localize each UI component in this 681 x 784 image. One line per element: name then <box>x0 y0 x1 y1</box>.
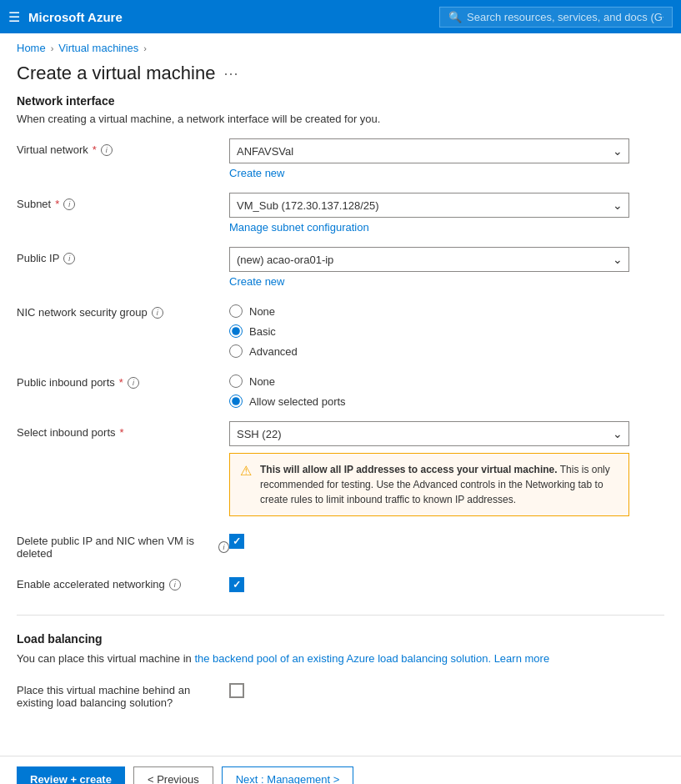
place-behind-checkbox[interactable] <box>229 683 244 698</box>
virtual-network-required: * <box>93 143 97 156</box>
subnet-dropdown[interactable]: VM_Sub (172.30.137.128/25) <box>229 193 629 218</box>
delete-ip-checkbox-row: ✓ <box>229 530 664 549</box>
virtual-network-info-icon[interactable]: i <box>101 144 113 156</box>
public-inbound-none-label: None <box>249 375 275 388</box>
public-inbound-none-option[interactable]: None <box>229 374 664 388</box>
delete-ip-checkbox[interactable]: ✓ <box>229 534 244 549</box>
nic-nsg-info-icon[interactable]: i <box>152 307 163 319</box>
warning-text: This will allow all IP addresses to acce… <box>260 462 618 507</box>
section-divider <box>17 615 664 616</box>
load-balancing-title: Load balancing <box>17 632 664 646</box>
select-inbound-dropdown-wrapper: SSH (22) <box>229 421 629 446</box>
subnet-row: Subnet * i VM_Sub (172.30.137.128/25) Ma… <box>17 193 664 234</box>
public-inbound-allow-label: Allow selected ports <box>249 395 346 408</box>
accelerated-networking-row: Enable accelerated networking i ✓ <box>17 573 664 598</box>
breadcrumb: Home › Virtual machines › <box>0 33 681 59</box>
delete-ip-control: ✓ <box>229 530 664 549</box>
virtual-network-row: Virtual network * i ANFAVSVal Create new <box>17 138 664 179</box>
nic-nsg-advanced-radio[interactable] <box>229 344 243 358</box>
place-behind-label: Place this virtual machine behind an exi… <box>17 679 229 709</box>
select-inbound-control: SSH (22) ⚠ This will allow all IP addres… <box>229 421 664 516</box>
public-inbound-info-icon[interactable]: i <box>128 377 139 389</box>
load-desc-pre: You can place this virtual machine in <box>17 652 194 665</box>
nic-nsg-basic-radio[interactable] <box>229 324 243 338</box>
public-inbound-none-radio[interactable] <box>229 374 243 388</box>
nic-nsg-none-label: None <box>249 305 275 318</box>
review-create-button[interactable]: Review + create <box>17 766 125 785</box>
public-inbound-allow-radio[interactable] <box>229 395 243 408</box>
breadcrumb-parent[interactable]: Virtual machines <box>58 42 138 54</box>
page-more-button[interactable]: ··· <box>223 65 238 83</box>
subnet-info-icon[interactable]: i <box>63 199 75 210</box>
accelerated-networking-control: ✓ <box>229 573 664 592</box>
nic-nsg-row: NIC network security group i None Basic … <box>17 301 664 358</box>
accelerated-networking-info-icon[interactable]: i <box>169 579 181 591</box>
virtual-network-label: Virtual network * i <box>17 138 229 156</box>
accelerated-networking-checkbox-row: ✓ <box>229 573 664 592</box>
public-ip-create-new-link[interactable]: Create new <box>229 275 664 288</box>
page-title: Create a virtual machine <box>17 63 215 84</box>
load-balancing-desc: You can place this virtual machine in th… <box>17 651 664 667</box>
manage-subnet-link[interactable]: Manage subnet configuration <box>229 221 664 234</box>
select-inbound-row: Select inbound ports * SSH (22) ⚠ This w… <box>17 421 664 516</box>
public-inbound-label: Public inbound ports * i <box>17 371 229 389</box>
nic-nsg-control: None Basic Advanced <box>229 301 664 358</box>
nic-nsg-advanced-label: Advanced <box>249 345 298 358</box>
page-title-row: Create a virtual machine ··· <box>0 59 681 94</box>
public-ip-label: Public IP i <box>17 247 229 264</box>
public-ip-info-icon[interactable]: i <box>63 253 75 264</box>
previous-button[interactable]: < Previous <box>133 766 213 785</box>
public-inbound-radio-group: None Allow selected ports <box>229 371 664 408</box>
network-interface-desc: When creating a virtual machine, a netwo… <box>17 113 664 125</box>
network-interface-title: Network interface <box>17 94 664 108</box>
search-input[interactable] <box>467 11 663 23</box>
nic-nsg-none-radio[interactable] <box>229 304 243 318</box>
warning-bold-text: This will allow all IP addresses to acce… <box>260 464 558 475</box>
next-management-button[interactable]: Next : Management > <box>222 766 354 785</box>
subnet-control: VM_Sub (172.30.137.128/25) Manage subnet… <box>229 193 664 234</box>
accelerated-networking-checkmark: ✓ <box>233 579 241 591</box>
delete-ip-row: Delete public IP and NIC when VM is dele… <box>17 530 664 560</box>
nic-nsg-basic-option[interactable]: Basic <box>229 324 664 338</box>
public-inbound-row: Public inbound ports * i None Allow sele… <box>17 371 664 408</box>
learn-more-link[interactable]: Learn more <box>494 652 549 665</box>
nic-nsg-advanced-option[interactable]: Advanced <box>229 344 664 358</box>
select-inbound-label: Select inbound ports * <box>17 421 229 439</box>
main-content: Network interface When creating a virtua… <box>0 94 681 739</box>
breadcrumb-sep2: › <box>143 43 147 53</box>
place-behind-row: Place this virtual machine behind an exi… <box>17 679 664 709</box>
virtual-network-dropdown-wrapper: ANFAVSVal <box>229 138 629 163</box>
delete-ip-info-icon[interactable]: i <box>218 541 229 553</box>
accelerated-networking-checkbox[interactable]: ✓ <box>229 577 244 592</box>
search-icon: 🔍 <box>448 11 462 23</box>
select-inbound-dropdown[interactable]: SSH (22) <box>229 421 629 446</box>
subnet-required: * <box>55 198 59 210</box>
public-ip-dropdown[interactable]: (new) acao-ora01-ip <box>229 247 629 272</box>
breadcrumb-home[interactable]: Home <box>17 42 46 54</box>
public-ip-row: Public IP i (new) acao-ora01-ip Create n… <box>17 247 664 288</box>
load-balancing-backend-pool-link[interactable]: the backend pool of an existing Azure lo… <box>194 652 491 665</box>
public-inbound-allow-option[interactable]: Allow selected ports <box>229 395 664 408</box>
nic-nsg-basic-label: Basic <box>249 325 276 338</box>
delete-ip-label: Delete public IP and NIC when VM is dele… <box>17 530 229 560</box>
nav-left: ☰ Microsoft Azure <box>8 9 123 25</box>
public-ip-control: (new) acao-ora01-ip Create new <box>229 247 664 288</box>
nic-nsg-none-option[interactable]: None <box>229 304 664 318</box>
search-bar-container: 🔍 <box>439 7 673 28</box>
inbound-warning-box: ⚠ This will allow all IP addresses to ac… <box>229 453 629 516</box>
nic-nsg-radio-group: None Basic Advanced <box>229 301 664 358</box>
load-balancing-section: Load balancing You can place this virtua… <box>17 632 664 709</box>
breadcrumb-sep1: › <box>51 43 54 53</box>
hamburger-icon[interactable]: ☰ <box>8 9 20 25</box>
accelerated-networking-label: Enable accelerated networking i <box>17 573 229 591</box>
virtual-network-dropdown[interactable]: ANFAVSVal <box>229 138 629 163</box>
subnet-label: Subnet * i <box>17 193 229 210</box>
place-behind-control <box>229 679 664 698</box>
public-inbound-control: None Allow selected ports <box>229 371 664 408</box>
virtual-network-control: ANFAVSVal Create new <box>229 138 664 179</box>
place-behind-checkbox-row <box>229 679 664 698</box>
select-inbound-required: * <box>120 426 124 439</box>
virtual-network-create-new-link[interactable]: Create new <box>229 167 664 179</box>
subnet-dropdown-wrapper: VM_Sub (172.30.137.128/25) <box>229 193 629 218</box>
azure-logo: Microsoft Azure <box>28 10 123 24</box>
